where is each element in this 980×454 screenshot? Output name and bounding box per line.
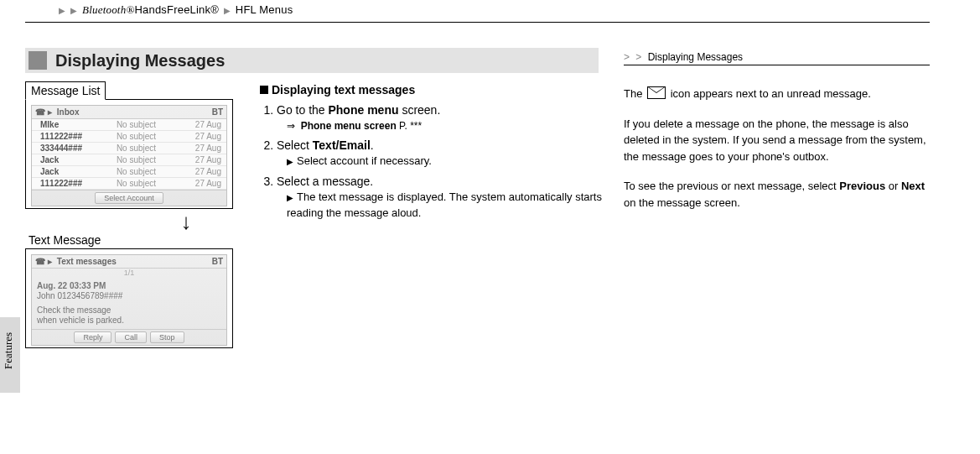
table-row: 111222###No subject27 Aug bbox=[32, 178, 226, 190]
msg-date: Aug. 22 03:33 PM bbox=[37, 281, 221, 290]
msg-body-line: Check the message bbox=[37, 305, 221, 315]
stop-button: Stop bbox=[150, 331, 184, 343]
side-tab-features: Features bbox=[0, 317, 20, 393]
phone-icon: ☎ ▸ bbox=[35, 107, 52, 117]
reply-button: Reply bbox=[74, 331, 111, 343]
divider bbox=[25, 22, 930, 23]
step-3-sub: ▶The text message is displayed. The syst… bbox=[277, 190, 604, 222]
call-button: Call bbox=[115, 331, 147, 343]
msg-body-line: when vehicle is parked. bbox=[37, 316, 221, 325]
table-row: MIkeNo subject27 Aug bbox=[32, 119, 226, 131]
square-icon bbox=[260, 86, 268, 94]
screenshot-label: Message List bbox=[25, 81, 106, 100]
square-icon bbox=[29, 51, 47, 70]
phone-icon: ☎ ▸ bbox=[35, 257, 52, 266]
arrow-down-icon: ↓ bbox=[126, 211, 246, 232]
side-notes: The icon appears next to an unread messa… bbox=[624, 86, 930, 211]
table-row: JackNo subject27 Aug bbox=[32, 154, 226, 166]
envelope-icon bbox=[647, 86, 666, 99]
chevron-right-icon: ▶ bbox=[59, 6, 65, 15]
select-account-button: Select Account bbox=[95, 192, 163, 204]
section-heading: Displaying Messages bbox=[25, 48, 599, 73]
msg-count: 1/1 bbox=[32, 269, 226, 277]
screenshot-label: Text Message bbox=[29, 233, 101, 247]
step-2: Select Text/Email. ▶Select account if ne… bbox=[277, 137, 604, 170]
screenshot-message-list: ☎ ▸ Inbox BT MIkeNo subject27 Aug 111222… bbox=[25, 99, 233, 209]
table-row: 333444###No subject27 Aug bbox=[32, 143, 226, 154]
bt-label: BT bbox=[212, 107, 223, 117]
chevron-right-icon: ▶ bbox=[224, 6, 231, 15]
bt-label: BT bbox=[212, 257, 223, 266]
step-2-sub: ▶Select account if necessary. bbox=[277, 154, 604, 170]
note-delete: If you delete a message on the phone, th… bbox=[624, 116, 930, 165]
table-row: 111222###No subject27 Aug bbox=[32, 131, 226, 143]
breadcrumb-seg: HandsFreeLink® bbox=[134, 3, 219, 16]
table-row: JackNo subject27 Aug bbox=[32, 166, 226, 178]
cross-ref: ⇒ Phone menu screen P. *** bbox=[277, 119, 604, 133]
chevron-right-icon: ▶ bbox=[70, 6, 77, 15]
breadcrumb-seg: Bluetooth® bbox=[82, 3, 134, 16]
note-unread-icon: The icon appears next to an unread messa… bbox=[624, 86, 930, 102]
breadcrumb: ▶ ▶ Bluetooth®HandsFreeLink® ▶ HFL Menus bbox=[25, 0, 930, 22]
textmsg-title: Text messages bbox=[52, 257, 212, 266]
screenshot-text-message: ☎ ▸ Text messages BT 1/1 Aug. 22 03:33 P… bbox=[25, 248, 233, 348]
breadcrumb-seg: HFL Menus bbox=[236, 3, 293, 16]
heading-text: Displaying Messages bbox=[55, 51, 225, 70]
instr-title: Displaying text messages bbox=[272, 83, 415, 97]
instructions: Displaying text messages Go to the Phone… bbox=[260, 81, 604, 348]
step-1: Go to the Phone menu screen. ⇒ Phone men… bbox=[277, 102, 604, 133]
note-prev-next: To see the previous or next message, sel… bbox=[624, 178, 930, 211]
message-rows: MIkeNo subject27 Aug 111222###No subject… bbox=[32, 119, 226, 190]
side-tab-label: Features bbox=[2, 349, 15, 369]
right-crumb: > > Displaying Messages bbox=[624, 51, 930, 65]
inbox-title: Inbox bbox=[52, 107, 212, 117]
msg-from: John 0123456789#### bbox=[37, 291, 221, 300]
step-3: Select a message. ▶The text message is d… bbox=[277, 173, 604, 222]
